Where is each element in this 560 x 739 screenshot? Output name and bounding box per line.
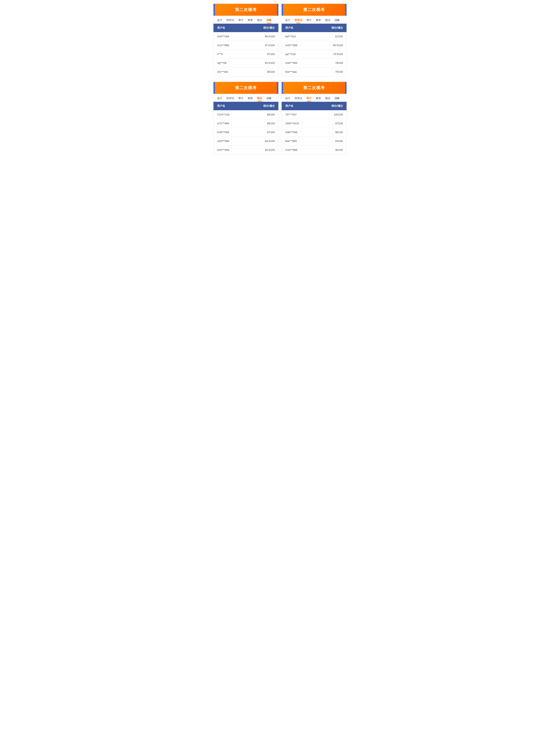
row-score: 95.5/100 [265,61,275,64]
table-row: zlg***clb95.5/100 [213,59,278,67]
table-row: m53***66884.5/100 [213,137,278,146]
tab-税法[interactable]: 税法 [256,96,263,101]
table-row: 201***abc90/100 [213,67,278,76]
row-username: fww***869 [285,140,335,143]
table-header: 用户名得分/满分 [282,102,347,110]
tab-会计[interactable]: 会计 [216,96,224,101]
row-score: 84.5/100 [265,148,275,151]
row-username: m59***066 [217,131,267,134]
panel-header: 第二次模考 [282,4,347,16]
row-score: 90/100 [335,148,343,151]
panel-header: 第二次模考 [213,4,278,16]
table-header: 用户名得分/满分 [213,102,278,110]
row-score: 79.5/100 [333,53,343,55]
row-score: 97.5/100 [265,44,275,47]
panel-header-title: 第二次模考 [303,7,325,12]
row-username: m53***668 [217,140,265,143]
header-col-name: 用户名 [217,104,263,108]
row-username: m03***266 [217,35,265,38]
table-row: fww***86993/100 [282,137,347,146]
header-col-name: 用户名 [285,26,331,30]
tab-经济法[interactable]: 经济法 [225,17,235,23]
tab-会计[interactable]: 会计 [284,17,292,23]
panel-header-title: 第二次模考 [303,85,325,91]
panel-panel-2: 第二次模考会计经济法审计财管税法战略用户名得分/满分lad***61981/10… [282,4,347,76]
table-row: m12***86697.5/100 [213,41,278,50]
header-col-name: 用户名 [217,26,263,30]
table-row: m03***26698.5/100 [213,32,278,41]
table-row: m16***86690/100 [282,146,347,154]
table-row: z***h97/100 [213,50,278,59]
tab-会计[interactable]: 会计 [216,17,224,23]
top-row: 第二次模考会计经济法审计财管税法战略用户名得分/满分m03***26698.5/… [213,4,347,76]
row-score: 97/100 [267,53,275,55]
tab-审计[interactable]: 审计 [237,17,245,23]
row-username: lad***619 [285,35,335,38]
tab-税法[interactable]: 税法 [324,96,332,101]
row-score: 98.5/100 [265,35,275,38]
tab-战略[interactable]: 战略 [333,17,341,23]
table-row: m59***06687/100 [213,128,278,137]
tab-税法[interactable]: 税法 [324,17,332,23]
row-score: 84.5/100 [265,140,275,143]
tab-审计[interactable]: 审计 [305,96,313,101]
panel-panel-3: 第二次模考会计经济法审计财管税法战略用户名得分/满分CZH***21889/10… [213,82,278,154]
tab-战略[interactable]: 战略 [333,96,341,101]
tab-审计[interactable]: 审计 [237,96,245,101]
row-score: 88/100 [267,122,275,125]
row-username: 767***047 [285,113,334,116]
tab-财管[interactable]: 财管 [246,17,254,23]
row-username: CZH***218 [217,113,267,116]
panel-header-title: 第二次模考 [235,85,257,91]
table-row: lad***61981/100 [282,32,347,41]
table-row: 82a***aaa75/100 [282,67,347,76]
panel-panel-1: 第二次模考会计经济法审计财管税法战略用户名得分/满分m03***26698.5/… [213,4,278,76]
table-row: m20***58880.5/100 [282,41,347,50]
tab-财管[interactable]: 财管 [246,96,254,101]
table-row: yyj***01879.5/100 [282,50,347,59]
tab-nav: 会计经济法审计财管税法战略 [282,94,347,101]
table-row: m56***06678/100 [282,59,347,67]
tab-会计[interactable]: 会计 [284,96,292,101]
header-col-score: 得分/满分 [263,26,275,30]
row-score: 100/100 [334,113,343,116]
row-username: zlg***clb [217,61,265,64]
header-col-name: 用户名 [285,104,331,108]
row-username: m12***866 [217,44,265,47]
row-username: 201***abc [217,70,267,73]
table-row: m96***56696/100 [282,128,347,137]
row-score: 87/100 [267,131,275,134]
header-col-score: 得分/满分 [331,104,343,108]
tab-战略[interactable]: 战略 [265,17,273,23]
tab-税法[interactable]: 税法 [256,17,263,23]
row-score: 80.5/100 [333,44,343,47]
table-row: m02***66684.5/100 [213,146,278,154]
table-row: 767***047100/100 [282,110,347,119]
tab-财管[interactable]: 财管 [315,96,322,101]
tab-审计[interactable]: 审计 [305,17,313,23]
tab-经济法[interactable]: 经济法 [293,96,304,101]
row-score: 78/100 [335,61,343,64]
tab-nav: 会计经济法审计财管税法战略 [213,94,278,101]
bottom-row: 第二次模考会计经济法审计财管税法战略用户名得分/满分CZH***21889/10… [213,82,347,154]
row-username: m02***666 [217,148,265,151]
tab-战略[interactable]: 战略 [265,96,273,101]
table-header: 用户名得分/满分 [213,24,278,32]
row-score: 90/100 [267,70,275,73]
page-wrapper: 第二次模考会计经济法审计财管税法战略用户名得分/满分m03***26698.5/… [213,4,347,154]
row-username: m56***066 [285,61,335,64]
row-username: z***h [217,53,267,55]
row-username: m72***966 [217,122,267,125]
table-row: m72***96688/100 [213,119,278,128]
table-row: CZH***21889/100 [213,110,278,119]
row-username: m96***566 [285,131,335,134]
tab-经济法[interactable]: 经济法 [225,96,235,101]
tab-nav: 会计经济法审计财管税法战略 [213,16,278,23]
table-header: 用户名得分/满分 [282,24,347,32]
panel-panel-4: 第二次模考会计经济法审计财管税法战略用户名得分/满分767***047100/1… [282,82,347,154]
tab-财管[interactable]: 财管 [315,17,322,23]
tab-经济法[interactable]: 经济法 [293,17,304,23]
row-score: 96/100 [335,131,343,134]
row-username: JSW***ACN [285,122,335,125]
row-score: 97/100 [335,122,343,125]
